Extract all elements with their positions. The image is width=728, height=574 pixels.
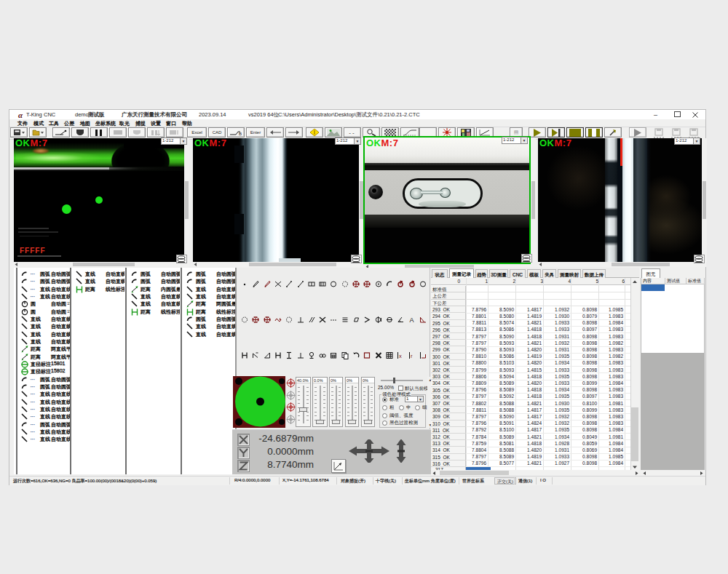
svg-text:x: x	[399, 353, 402, 359]
svg-text:B: B	[239, 132, 242, 136]
svg-text:r: r	[411, 353, 413, 359]
svg-text:A: A	[409, 316, 414, 324]
